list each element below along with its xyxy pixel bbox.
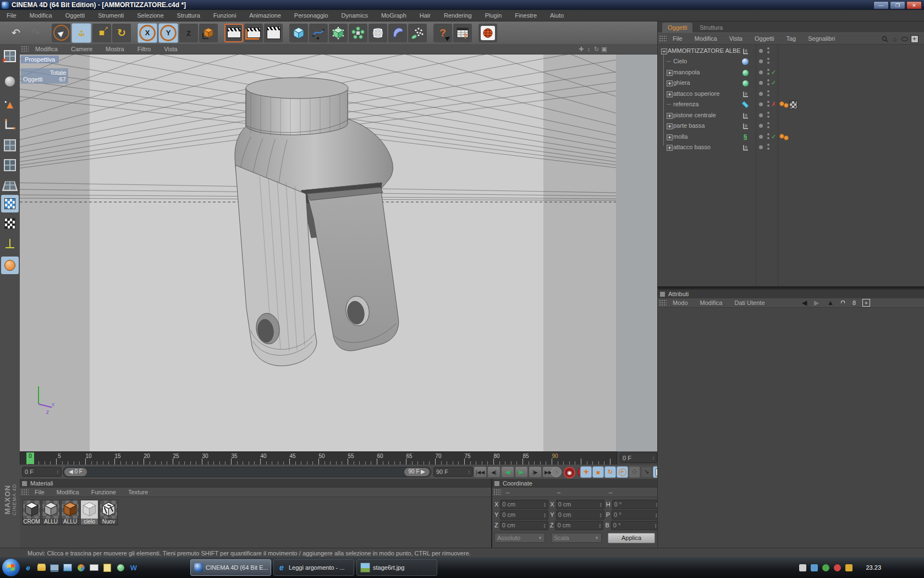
menu-selezione[interactable]: Selezione bbox=[130, 12, 170, 19]
tree-row[interactable]: pistone centrale 0 bbox=[658, 110, 924, 121]
om-menu-oggetti[interactable]: Oggetti bbox=[749, 35, 780, 42]
material-thumbnail[interactable]: ALLU bbox=[61, 500, 79, 525]
quicklaunch-messenger-icon[interactable] bbox=[116, 563, 125, 572]
phong-tag-icon[interactable] bbox=[779, 101, 789, 107]
record-parameter-icon[interactable]: P bbox=[617, 466, 628, 478]
menu-dynamics[interactable]: Dynamics bbox=[335, 12, 375, 19]
panel-grip-icon[interactable] bbox=[493, 489, 501, 495]
mat-menu-texture[interactable]: Texture bbox=[122, 489, 154, 495]
add-hypernurbs-icon[interactable] bbox=[329, 24, 348, 42]
quicklaunch-computer-icon[interactable] bbox=[50, 563, 59, 572]
attributes-header[interactable]: Attributi bbox=[658, 290, 924, 298]
layer-dot-icon[interactable] bbox=[759, 124, 763, 128]
home-icon[interactable]: ⌂ bbox=[890, 35, 899, 43]
object-name[interactable]: attacco basso bbox=[673, 142, 711, 152]
polygons-mode-icon[interactable] bbox=[1, 137, 19, 154]
object-tool-icon[interactable] bbox=[1, 257, 19, 274]
visibility-dots-icon[interactable] bbox=[767, 122, 769, 129]
om-menu-segnalibri[interactable]: Segnalibri bbox=[802, 35, 841, 42]
visibility-dots-icon[interactable] bbox=[767, 69, 769, 76]
layer-dot-icon[interactable] bbox=[759, 92, 763, 96]
object-name[interactable]: manopola bbox=[673, 67, 700, 78]
tree-row[interactable]: molla § ✓ bbox=[658, 132, 924, 142]
mat-menu-modifica[interactable]: Modifica bbox=[51, 489, 85, 495]
object-name[interactable]: Cielo bbox=[673, 56, 687, 67]
visibility-dots-icon[interactable] bbox=[767, 90, 769, 97]
taskbar-button-cinema4d[interactable]: CINEMA 4D (64 Bit E... bbox=[190, 559, 271, 576]
layer-dot-icon[interactable] bbox=[759, 102, 763, 106]
null-object-icon[interactable]: 0 bbox=[741, 47, 749, 55]
size-y-field[interactable]: 0 cm↕ bbox=[556, 510, 604, 520]
null-object-icon[interactable]: 0 bbox=[741, 144, 749, 151]
search-icon[interactable] bbox=[881, 35, 889, 43]
tray-shield-icon[interactable] bbox=[822, 564, 829, 571]
panel-grip-icon[interactable] bbox=[659, 299, 667, 306]
rot-p-field[interactable]: 0 °↕ bbox=[612, 510, 660, 520]
size-z-field[interactable]: 0 cm↕ bbox=[555, 521, 603, 530]
panel-grip-icon[interactable] bbox=[659, 35, 667, 42]
goto-start-icon[interactable]: |◀◀ bbox=[474, 466, 487, 478]
apply-button[interactable]: Applica bbox=[608, 533, 655, 543]
close-button[interactable]: ✕ bbox=[906, 1, 922, 9]
pos-x-field[interactable]: 0 cm↕ bbox=[500, 500, 548, 509]
menu-file[interactable]: File bbox=[0, 12, 23, 19]
layer-dot-icon[interactable] bbox=[759, 135, 763, 139]
menu-oggetti[interactable]: Oggetti bbox=[59, 12, 91, 19]
slider-start-bubble[interactable]: ◀ 0 F bbox=[64, 468, 87, 476]
panel-grip-icon[interactable] bbox=[21, 489, 29, 495]
layer-dot-icon[interactable] bbox=[759, 59, 763, 63]
edges-mode-icon[interactable] bbox=[1, 116, 19, 133]
menu-rendering[interactable]: Rendering bbox=[437, 12, 479, 19]
menu-hair[interactable]: Hair bbox=[413, 12, 437, 19]
prev-key-icon[interactable]: ◀| bbox=[487, 466, 501, 478]
lock-y-icon[interactable]: Y bbox=[158, 23, 178, 43]
record-position-icon[interactable]: ✚ bbox=[580, 466, 592, 478]
add-spline-icon[interactable] bbox=[309, 24, 328, 42]
record-scale-icon[interactable]: ■ bbox=[592, 466, 604, 478]
content-browser-icon[interactable]: ? bbox=[453, 24, 472, 42]
rotate-tool-icon[interactable]: ↻ bbox=[112, 24, 131, 42]
quicklaunch-media-icon[interactable] bbox=[76, 563, 86, 572]
frame-slider[interactable]: ◀ 0 F 90 F ▶ bbox=[63, 467, 431, 477]
visibility-dots-icon[interactable] bbox=[767, 112, 769, 119]
play-forward-icon[interactable]: ▶ bbox=[515, 466, 528, 478]
play-backward-icon[interactable]: ◀ bbox=[501, 466, 514, 478]
menu-animazione[interactable]: Animazione bbox=[243, 12, 287, 19]
pos-y-field[interactable]: 0 cm↕ bbox=[500, 510, 548, 520]
coordinates-header[interactable]: Coordinate bbox=[492, 479, 657, 488]
vp-menu-mostra[interactable]: Mostra bbox=[99, 46, 131, 52]
add-particles-icon[interactable] bbox=[369, 24, 387, 42]
add-array-icon[interactable] bbox=[349, 24, 367, 42]
collapse-icon[interactable] bbox=[661, 48, 667, 54]
vp-menu-camere[interactable]: Camere bbox=[64, 46, 99, 52]
add-primitive-icon[interactable] bbox=[289, 24, 308, 42]
record-icon[interactable]: ◉ bbox=[564, 467, 575, 478]
visibility-dots-icon[interactable] bbox=[767, 133, 769, 140]
object-name[interactable]: attacco superiore bbox=[673, 89, 719, 99]
mat-menu-file[interactable]: File bbox=[29, 489, 51, 495]
layer-dot-icon[interactable] bbox=[759, 145, 763, 149]
viewport-canvas[interactable]: z x bbox=[20, 54, 657, 451]
tray-alert-icon[interactable] bbox=[834, 564, 841, 571]
sound-icon[interactable]: ◔ bbox=[551, 467, 562, 477]
vp-menu-vista[interactable]: Vista bbox=[157, 46, 184, 52]
render-view-icon[interactable] bbox=[224, 24, 243, 42]
disabled-cross-icon[interactable]: ✗ bbox=[771, 99, 779, 110]
scale-tool-icon[interactable]: ■ ↗ bbox=[92, 24, 111, 42]
redo-icon[interactable]: ↷ bbox=[26, 24, 45, 42]
null-object-icon[interactable]: 0 bbox=[741, 90, 749, 98]
texture-tag-icon[interactable] bbox=[789, 101, 798, 109]
uv-grid-icon[interactable] bbox=[1, 156, 19, 174]
null-object-icon[interactable]: 0 bbox=[741, 122, 749, 130]
object-name[interactable]: molla bbox=[673, 132, 688, 142]
toggle-view-icon[interactable]: ▣ bbox=[601, 45, 608, 53]
next-key-icon[interactable]: |▶ bbox=[529, 466, 542, 478]
tree-row[interactable]: AMMORTIZZATORE ALBE 0 bbox=[658, 46, 924, 56]
menu-modifica[interactable]: Modifica bbox=[23, 12, 59, 19]
undo-icon[interactable]: ↶ bbox=[7, 24, 25, 42]
visibility-dots-icon[interactable] bbox=[767, 79, 769, 86]
timeline-ruler[interactable]: 0 5 10 15 20 25 30 35 40 45 50 55 60 65 … bbox=[20, 451, 657, 465]
mat-menu-funzione[interactable]: Funzione bbox=[85, 489, 122, 495]
tree-row[interactable]: manopola ✓ bbox=[658, 67, 924, 78]
visibility-dots-icon[interactable] bbox=[767, 58, 769, 65]
